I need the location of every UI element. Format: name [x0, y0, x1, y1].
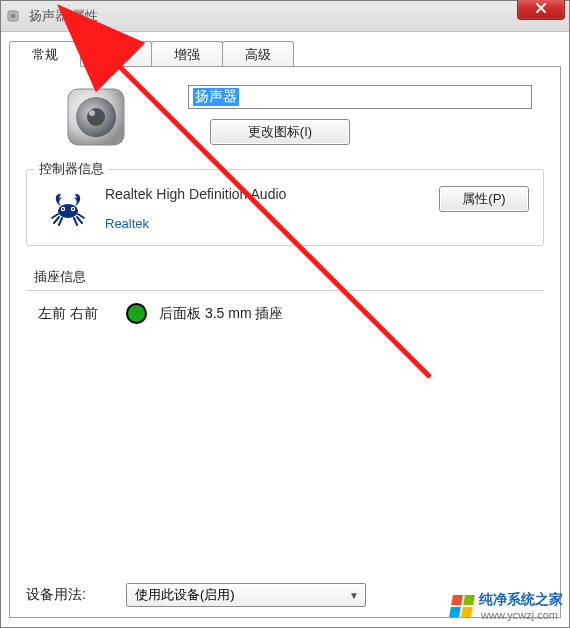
jack-color-indicator	[126, 303, 147, 324]
divider	[26, 290, 544, 291]
svg-point-2	[12, 15, 14, 17]
window-title: 扬声器 属性	[29, 7, 98, 25]
tab-advanced[interactable]: 高级	[222, 41, 294, 67]
watermark: 纯净系统之家 www.ycwzj.com	[451, 591, 563, 621]
jack-section-label: 插座信息	[34, 268, 544, 286]
usage-label: 设备用法:	[26, 586, 86, 604]
controller-section-label: 控制器信息	[35, 160, 108, 178]
tab-enhancements[interactable]: 增强	[151, 41, 223, 67]
close-button[interactable]	[517, 0, 565, 20]
jack-position: 左前 右前	[38, 305, 126, 323]
watermark-logo-icon	[449, 595, 475, 617]
speaker-icon	[64, 85, 128, 149]
jack-info-section: 插座信息 左前 右前 后面板 3.5 mm 插座	[26, 268, 544, 324]
watermark-url: www.ycwzj.com	[481, 609, 563, 621]
device-name-value: 扬声器	[193, 88, 239, 106]
tab-strip: 常规 级别 增强 高级	[9, 40, 561, 66]
svg-point-7	[58, 204, 78, 218]
tab-panel-general: 扬声器 更改图标(I) 控制器信息	[9, 66, 561, 618]
speaker-titlebar-icon	[7, 8, 23, 24]
device-name-input[interactable]: 扬声器	[188, 85, 532, 109]
tab-general[interactable]: 常规	[9, 41, 81, 67]
jack-name: 后面板 3.5 mm 插座	[159, 305, 283, 323]
device-usage-value: 使用此设备(启用)	[135, 586, 235, 604]
device-usage-row: 设备用法: 使用此设备(启用) ▼	[26, 583, 366, 607]
watermark-title: 纯净系统之家	[479, 591, 563, 609]
device-header: 扬声器 更改图标(I)	[26, 85, 544, 149]
svg-point-11	[72, 208, 74, 210]
chevron-down-icon: ▼	[349, 590, 359, 601]
close-icon	[535, 2, 547, 14]
realtek-crab-icon	[47, 188, 89, 230]
device-usage-select[interactable]: 使用此设备(启用) ▼	[126, 583, 366, 607]
properties-window: 扬声器 属性 常规 级别 增强 高级	[0, 0, 570, 628]
titlebar: 扬声器 属性	[1, 1, 569, 32]
svg-point-10	[62, 208, 64, 210]
tab-levels[interactable]: 级别	[80, 41, 152, 67]
controller-info-group: 控制器信息	[26, 169, 544, 246]
svg-point-5	[87, 108, 105, 126]
controller-properties-button[interactable]: 属性(P)	[439, 186, 529, 212]
controller-name: Realtek High Definition Audio	[105, 186, 427, 202]
controller-vendor-link[interactable]: Realtek	[105, 216, 427, 231]
change-icon-button[interactable]: 更改图标(I)	[210, 119, 350, 145]
svg-point-6	[89, 110, 95, 116]
